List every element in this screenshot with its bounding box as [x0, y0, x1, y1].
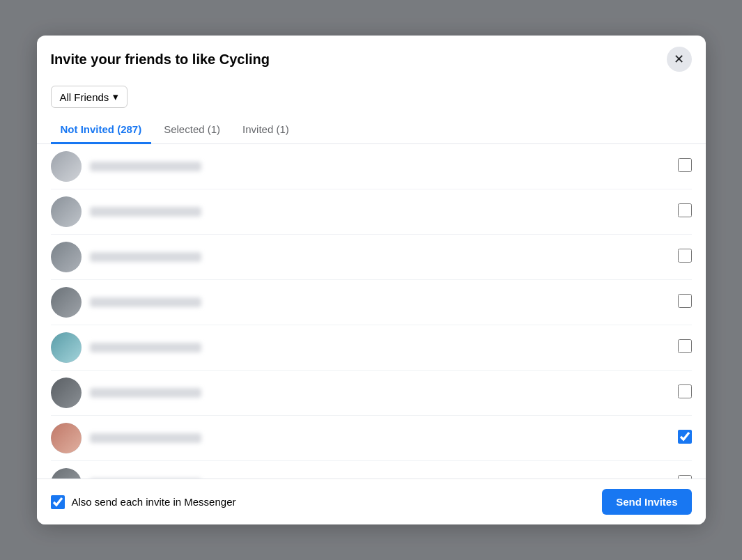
- filter-row: All Friends ▾: [37, 80, 706, 116]
- friend-item: [51, 144, 692, 189]
- friend-name: [90, 297, 201, 307]
- tab-invited[interactable]: Invited (1): [233, 116, 299, 144]
- all-friends-dropdown[interactable]: All Friends ▾: [51, 86, 128, 108]
- friend-checkbox[interactable]: [678, 203, 692, 217]
- avatar: [51, 196, 82, 227]
- modal-header: Invite your friends to like Cycling ✕: [37, 36, 706, 80]
- friend-item: [51, 189, 692, 235]
- friend-name: [90, 388, 201, 398]
- friend-checkbox[interactable]: [678, 339, 692, 353]
- friend-name: [90, 207, 201, 217]
- chevron-down-icon: ▾: [113, 91, 118, 103]
- tabs-row: Not Invited (287)Selected (1)Invited (1): [37, 116, 706, 144]
- avatar: [51, 242, 82, 272]
- modal-overlay: Invite your friends to like Cycling ✕ Al…: [0, 0, 742, 560]
- checkbox-wrap: [678, 384, 692, 401]
- friend-name: [90, 343, 201, 352]
- friend-item: [51, 325, 692, 371]
- friend-checkbox[interactable]: [678, 430, 692, 444]
- friend-item: [51, 371, 692, 416]
- tab-selected[interactable]: Selected (1): [154, 116, 230, 144]
- avatar: [51, 151, 82, 182]
- modal-footer: Also send each invite in Messenger Send …: [37, 479, 706, 524]
- modal-title: Invite your friends to like Cycling: [51, 52, 270, 68]
- checkbox-wrap: [678, 294, 692, 311]
- avatar: [51, 332, 82, 363]
- avatar: [51, 468, 82, 479]
- friend-item: [51, 235, 692, 280]
- friends-list: [37, 144, 706, 479]
- friend-checkbox[interactable]: [678, 249, 692, 263]
- friend-name: [90, 433, 201, 443]
- messenger-checkbox[interactable]: [51, 495, 65, 509]
- filter-label: All Friends: [60, 91, 109, 103]
- friend-item: [51, 280, 692, 325]
- friend-name: [90, 252, 201, 262]
- messenger-option[interactable]: Also send each invite in Messenger: [51, 495, 236, 509]
- checkbox-wrap: [678, 203, 692, 220]
- close-button[interactable]: ✕: [667, 47, 692, 72]
- avatar: [51, 287, 82, 318]
- checkbox-wrap: [678, 158, 692, 175]
- friend-checkbox[interactable]: [678, 158, 692, 172]
- friend-item: [51, 461, 692, 479]
- send-invites-button[interactable]: Send Invites: [602, 489, 691, 515]
- checkbox-wrap: [678, 339, 692, 356]
- checkbox-wrap: [678, 249, 692, 265]
- messenger-label-text: Also send each invite in Messenger: [72, 496, 236, 508]
- tab-not-invited[interactable]: Not Invited (287): [51, 116, 152, 144]
- avatar: [51, 423, 82, 453]
- friend-name: [90, 162, 201, 171]
- checkbox-wrap: [678, 430, 692, 446]
- close-icon: ✕: [674, 52, 684, 67]
- invite-modal: Invite your friends to like Cycling ✕ Al…: [37, 36, 706, 524]
- friend-checkbox[interactable]: [678, 384, 692, 398]
- friend-item: [51, 416, 692, 461]
- friend-checkbox[interactable]: [678, 294, 692, 308]
- avatar: [51, 378, 82, 408]
